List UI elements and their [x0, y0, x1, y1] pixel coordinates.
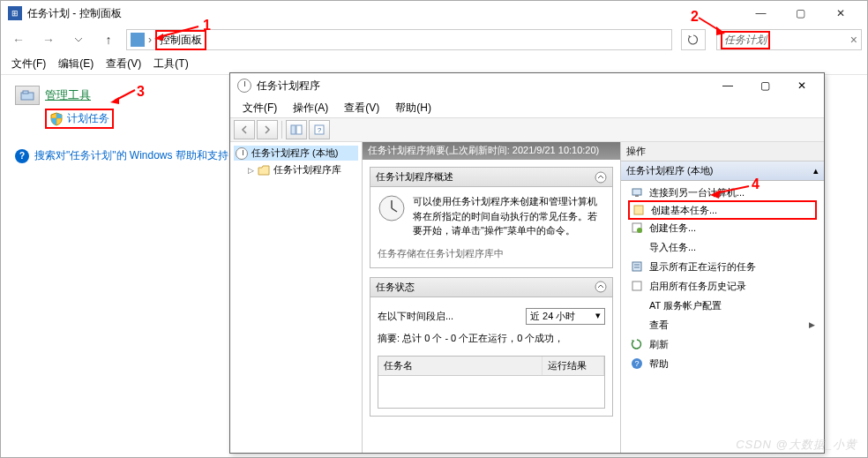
svg-text:?: ? [634, 359, 639, 368]
action-show-running[interactable]: 显示所有正在运行的任务 [621, 257, 824, 276]
action-create-basic-task[interactable]: 创建基本任务... [628, 200, 817, 220]
cp-close-button[interactable]: ✕ [820, 1, 860, 26]
annotation-3: 3 [137, 84, 145, 100]
admin-tools-link[interactable]: 管理工具 [45, 87, 91, 103]
tree-root-label: 任务计划程序 (本地) [251, 146, 338, 160]
search-box[interactable]: 任务计划 × [716, 29, 862, 50]
nav-history-dropdown[interactable] [66, 27, 91, 52]
center-header: 任务计划程序摘要(上次刷新时间: 2021/9/21 10:10:20) [363, 142, 620, 160]
svg-point-16 [595, 282, 606, 292]
svg-point-21 [637, 228, 642, 233]
svg-rect-8 [291, 125, 296, 134]
actions-section-header[interactable]: 任务计划程序 (本地) ▴ [621, 161, 824, 181]
cp-title: 任务计划 - 控制面板 [27, 6, 122, 21]
ts-menu-file[interactable]: 文件(F) [236, 99, 284, 117]
ts-menu-view[interactable]: 查看(V) [337, 99, 386, 117]
task-scheduler-window: 任务计划程序 — ▢ ✕ 文件(F) 操作(A) 查看(V) 帮助(H) ? 任… [229, 72, 825, 454]
menu-view[interactable]: 查看(V) [101, 55, 146, 73]
clock-icon [237, 79, 251, 93]
action-refresh[interactable]: 刷新 [621, 334, 824, 354]
ts-toolbar: ? [230, 117, 824, 142]
tree-expander-icon[interactable]: ▷ [248, 166, 254, 175]
nav-forward-button[interactable]: → [36, 27, 61, 52]
overview-text: 可以使用任务计划程序来创建和管理计算机将在所指定的时间自动执行的常见任务。若要开… [413, 194, 605, 238]
svg-marker-7 [110, 97, 119, 104]
chevron-up-icon: ▴ [813, 165, 819, 176]
help-icon: ? [15, 149, 29, 163]
toolbar-help-button[interactable]: ? [309, 120, 330, 139]
status-period-select[interactable]: 近 24 小时 ▾ [526, 308, 605, 325]
annotation-arrow-2 [697, 16, 728, 35]
menu-file[interactable]: 文件(F) [6, 55, 51, 73]
action-import-task[interactable]: 导入任务... [621, 237, 824, 257]
refresh-icon [630, 337, 644, 351]
annotation-1: 1 [203, 18, 211, 34]
schedule-tasks-link-wrap[interactable]: 计划任务 [45, 109, 114, 129]
nav-up-button[interactable]: ↑ [96, 27, 121, 52]
import-icon [630, 240, 644, 254]
ts-center-panel: 任务计划程序摘要(上次刷新时间: 2021/9/21 10:10:20) 任务计… [363, 142, 621, 453]
shield-icon [49, 112, 64, 126]
ts-menu-action[interactable]: 操作(A) [286, 99, 335, 117]
action-view[interactable]: 查看 ▶ [621, 315, 824, 334]
folder-icon [258, 165, 270, 176]
ts-menu-help[interactable]: 帮助(H) [388, 99, 438, 117]
view-icon [630, 318, 644, 332]
tree-library-label: 任务计划程序库 [273, 163, 341, 176]
action-at-config[interactable]: AT 服务帐户配置 [621, 296, 824, 315]
svg-rect-18 [635, 195, 639, 197]
svg-rect-9 [296, 125, 302, 134]
overview-title: 任务计划程序概述 [376, 170, 453, 184]
computer-icon [630, 185, 644, 199]
admin-tools-icon [15, 86, 40, 105]
svg-marker-3 [154, 34, 163, 41]
tree-root-node[interactable]: 任务计划程序 (本地) [234, 146, 358, 161]
annotation-arrow-4 [710, 183, 752, 199]
status-title: 任务状态 [376, 281, 415, 294]
annotation-4: 4 [752, 176, 760, 192]
toolbar-separator [281, 121, 282, 139]
search-clear-button[interactable]: × [850, 33, 857, 47]
task-col-name[interactable]: 任务名 [378, 357, 542, 375]
toolbar-forward-button[interactable] [257, 120, 278, 139]
ts-title: 任务计划程序 [257, 79, 320, 94]
toolbar-back-button[interactable] [234, 120, 255, 139]
menu-edit[interactable]: 编辑(E) [53, 55, 99, 73]
cp-nav-bar: ← → ↑ › 控制面板 任务计划 × [1, 26, 867, 54]
svg-rect-22 [632, 262, 641, 271]
search-input[interactable]: 任务计划 [721, 31, 770, 49]
collapse-icon[interactable] [595, 281, 607, 293]
nav-back-button[interactable]: ← [6, 27, 31, 52]
svg-rect-17 [632, 189, 641, 195]
action-enable-history[interactable]: 启用所有任务历史记录 [621, 276, 824, 296]
toolbar-properties-button[interactable] [286, 120, 307, 139]
cp-titlebar: ⊞ 任务计划 - 控制面板 — ▢ ✕ [1, 1, 867, 26]
chevron-down-icon: ▾ [595, 310, 601, 321]
collapse-icon[interactable] [595, 171, 607, 184]
schedule-tasks-link[interactable]: 计划任务 [67, 111, 109, 126]
action-help[interactable]: ? 帮助 [621, 354, 824, 373]
task-col-result[interactable]: 运行结果 [542, 357, 604, 375]
ts-close-button[interactable]: ✕ [783, 74, 820, 97]
overview-panel: 任务计划程序概述 可以使用任务计划程序来创建和管理计算机将在所指定的时间自动执行… [370, 167, 613, 268]
menu-tools[interactable]: 工具(T) [148, 55, 193, 73]
svg-rect-25 [632, 282, 641, 290]
ts-minimize-button[interactable]: — [709, 74, 746, 97]
cp-maximize-button[interactable]: ▢ [781, 1, 820, 26]
tree-library-node[interactable]: ▷ 任务计划程序库 [246, 162, 358, 177]
clock-large-icon [378, 194, 406, 222]
actions-title: 操作 [621, 142, 824, 161]
list-icon [630, 259, 644, 274]
overview-footer: 任务存储在任务计划程序库中 [378, 247, 605, 260]
action-create-task[interactable]: 创建任务... [621, 218, 824, 237]
svg-line-2 [159, 26, 198, 37]
svg-rect-1 [23, 91, 28, 94]
svg-marker-30 [710, 190, 721, 199]
cp-minimize-button[interactable]: — [741, 1, 781, 26]
annotation-arrow-1 [154, 25, 203, 41]
clock-icon [236, 147, 248, 160]
refresh-icon [687, 34, 700, 46]
help-link-text: 搜索对"任务计划"的 Windows 帮助和支持 [34, 148, 228, 163]
svg-point-12 [595, 172, 606, 183]
ts-maximize-button[interactable]: ▢ [746, 74, 783, 97]
